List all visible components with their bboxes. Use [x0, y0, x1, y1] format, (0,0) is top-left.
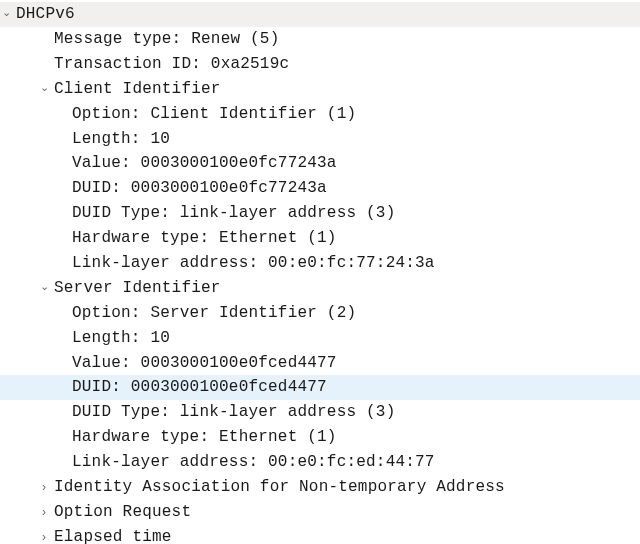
- field-value[interactable]: Value: 0003000100e0fced4477: [0, 350, 640, 375]
- field-text: Value: 0003000100e0fced4477: [72, 351, 337, 376]
- node-label: DHCPv6: [16, 2, 75, 27]
- field-text: DUID Type: link-layer address (3): [72, 201, 395, 226]
- field-text: Link-layer address: 00:e0:fc:ed:44:77: [72, 450, 435, 475]
- field-text: Transaction ID: 0xa2519c: [54, 52, 289, 77]
- field-text: DUID: 0003000100e0fced4477: [72, 375, 327, 400]
- field-text: Message type: Renew (5): [54, 27, 279, 52]
- node-label: Identity Association for Non-temporary A…: [54, 475, 505, 500]
- tree-node-option-request[interactable]: Option Request: [0, 500, 640, 525]
- field-text: Option: Client Identifier (1): [72, 102, 356, 127]
- tree-node-server-identifier[interactable]: Server Identifier: [0, 276, 640, 301]
- field-text: Value: 0003000100e0fc77243a: [72, 151, 337, 176]
- field-duid[interactable]: DUID: 0003000100e0fced4477: [0, 375, 640, 400]
- chevron-down-icon: [38, 279, 50, 298]
- field-hardware-type[interactable]: Hardware type: Ethernet (1): [0, 425, 640, 450]
- chevron-right-icon: [38, 503, 50, 522]
- node-label: Elapsed time: [54, 525, 172, 544]
- tree-node-dhcpv6[interactable]: DHCPv6: [0, 2, 640, 27]
- field-length[interactable]: Length: 10: [0, 126, 640, 151]
- tree-node-client-identifier[interactable]: Client Identifier: [0, 77, 640, 102]
- field-text: Hardware type: Ethernet (1): [72, 226, 337, 251]
- field-duid-type[interactable]: DUID Type: link-layer address (3): [0, 400, 640, 425]
- field-link-layer-address[interactable]: Link-layer address: 00:e0:fc:ed:44:77: [0, 450, 640, 475]
- field-text: Option: Server Identifier (2): [72, 301, 356, 326]
- field-text: DUID: 0003000100e0fc77243a: [72, 176, 327, 201]
- tree-node-elapsed-time[interactable]: Elapsed time: [0, 525, 640, 544]
- field-hardware-type[interactable]: Hardware type: Ethernet (1): [0, 226, 640, 251]
- chevron-right-icon: [38, 528, 50, 544]
- field-option[interactable]: Option: Client Identifier (1): [0, 102, 640, 127]
- field-option[interactable]: Option: Server Identifier (2): [0, 301, 640, 326]
- chevron-right-icon: [38, 478, 50, 497]
- field-text: Hardware type: Ethernet (1): [72, 425, 337, 450]
- node-label: Client Identifier: [54, 77, 221, 102]
- chevron-down-icon: [0, 5, 12, 24]
- field-text: Length: 10: [72, 127, 170, 152]
- field-transaction-id[interactable]: Transaction ID: 0xa2519c: [0, 52, 640, 77]
- field-text: DUID Type: link-layer address (3): [72, 400, 395, 425]
- tree-node-ia-na[interactable]: Identity Association for Non-temporary A…: [0, 475, 640, 500]
- node-label: Option Request: [54, 500, 191, 525]
- field-message-type[interactable]: Message type: Renew (5): [0, 27, 640, 52]
- field-length[interactable]: Length: 10: [0, 326, 640, 351]
- node-label: Server Identifier: [54, 276, 221, 301]
- field-duid[interactable]: DUID: 0003000100e0fc77243a: [0, 176, 640, 201]
- chevron-down-icon: [38, 80, 50, 99]
- field-text: Link-layer address: 00:e0:fc:77:24:3a: [72, 251, 435, 276]
- field-duid-type[interactable]: DUID Type: link-layer address (3): [0, 201, 640, 226]
- field-value[interactable]: Value: 0003000100e0fc77243a: [0, 151, 640, 176]
- field-text: Length: 10: [72, 326, 170, 351]
- field-link-layer-address[interactable]: Link-layer address: 00:e0:fc:77:24:3a: [0, 251, 640, 276]
- packet-details-tree: DHCPv6 Message type: Renew (5) Transacti…: [0, 0, 640, 544]
